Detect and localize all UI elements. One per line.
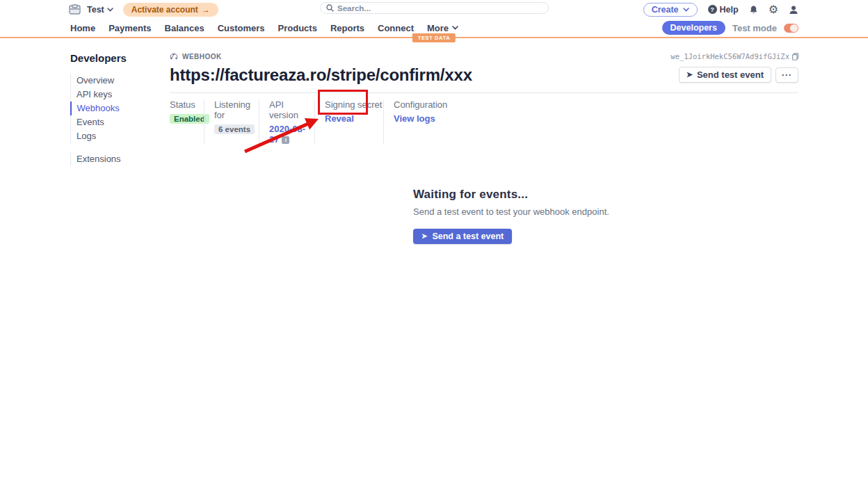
sidebar-title: Developers <box>70 52 170 64</box>
webhook-actions: ➤ Send test event ··· <box>679 67 798 83</box>
status-label: Status <box>170 99 204 110</box>
sidebar-item-extensions[interactable]: Extensions <box>71 152 170 166</box>
activate-account-button[interactable]: Activate account → <box>123 3 218 17</box>
account-box-icon[interactable] <box>69 4 81 15</box>
api-version-label: API version <box>269 99 314 120</box>
developers-sidebar: Developers Overview API keys Webhooks Ev… <box>70 52 170 244</box>
webhook-main: WEBHOOK https://factureaza.ro/stripe/con… <box>170 52 798 244</box>
test-data-badge: TEST DATA <box>412 33 456 42</box>
search-input[interactable] <box>337 4 542 13</box>
webhook-details-row: Status Enabled Listening for 6 events AP… <box>170 93 798 145</box>
chevron-down-icon[interactable] <box>107 8 113 12</box>
webhook-icon <box>170 52 178 60</box>
activate-account-label: Activate account <box>131 5 198 15</box>
create-label: Create <box>652 5 679 15</box>
nav-item-customers[interactable]: Customers <box>218 23 265 33</box>
nav-item-reports[interactable]: Reports <box>330 23 364 33</box>
detail-api-version: API version 2020-08-27i <box>259 99 314 145</box>
info-icon: i <box>282 136 289 144</box>
sidebar-item-overview[interactable]: Overview <box>71 74 170 88</box>
arrow-right-icon: → <box>202 5 210 15</box>
webhook-id: we_1JoirkHekC56W7Ad9ifGJiZx <box>670 52 789 60</box>
copy-icon[interactable] <box>792 53 798 60</box>
test-mode-label: Test mode <box>732 23 777 33</box>
waiting-for-events-section: Waiting for events... Send a test event … <box>413 188 798 244</box>
webhook-type-row: WEBHOOK <box>170 52 472 60</box>
view-logs-link[interactable]: View logs <box>394 113 435 124</box>
empty-state-title: Waiting for events... <box>413 188 798 202</box>
topbar-actions: Create ? Help ⚙ <box>643 3 798 17</box>
webhook-title-block: WEBHOOK https://factureaza.ro/stripe/con… <box>170 52 472 85</box>
send-test-event-button[interactable]: ➤ Send test event <box>679 67 771 83</box>
reveal-link[interactable]: Reveal <box>325 113 354 124</box>
detail-status: Status Enabled <box>170 99 204 145</box>
developers-button[interactable]: Developers <box>662 21 725 35</box>
detail-listening-for: Listening for 6 events <box>204 99 259 145</box>
chevron-down-icon <box>452 26 458 30</box>
configuration-label: Configuration <box>394 99 447 110</box>
search-icon <box>326 4 334 12</box>
content-area: Developers Overview API keys Webhooks Ev… <box>0 38 868 244</box>
nav-item-balances[interactable]: Balances <box>165 23 204 33</box>
help-label: Help <box>720 5 739 15</box>
profile-avatar-icon[interactable] <box>789 5 798 15</box>
help-button[interactable]: ? Help <box>708 5 739 15</box>
listening-for-label: Listening for <box>214 99 259 120</box>
nav-item-products[interactable]: Products <box>278 23 317 33</box>
webhook-header-right: we_1JoirkHekC56W7Ad9ifGJiZx ➤ Send test … <box>670 52 798 83</box>
send-test-event-label: Send test event <box>697 70 764 80</box>
create-button[interactable]: Create <box>643 3 698 17</box>
search-bar[interactable] <box>320 2 549 14</box>
sidebar-items: Overview API keys Webhooks Events Logs <box>70 74 170 143</box>
sidebar-item-events[interactable]: Events <box>71 115 170 129</box>
nav-item-payments[interactable]: Payments <box>108 23 151 33</box>
sidebar-item-webhooks[interactable]: Webhooks <box>70 101 170 115</box>
nav-item-more[interactable]: More <box>427 23 458 33</box>
environment-label[interactable]: Test <box>87 5 104 15</box>
detail-signing-secret: Signing secret Reveal <box>314 99 383 145</box>
help-icon: ? <box>708 5 717 14</box>
stripe-dashboard-webhook-page: { "topbar": { "env_label": "Test", "acti… <box>0 0 868 488</box>
toggle-knob <box>790 24 798 32</box>
empty-state-subtitle: Send a test event to test your webhook e… <box>413 206 798 217</box>
detail-configuration: Configuration View logs <box>383 99 447 145</box>
play-icon: ➤ <box>686 71 693 79</box>
send-a-test-event-label: Send a test event <box>432 231 504 241</box>
nav-item-connect[interactable]: Connect <box>378 23 414 33</box>
test-mode-toggle[interactable] <box>784 24 798 33</box>
notifications-bell-icon[interactable] <box>749 5 758 15</box>
nav-item-home[interactable]: Home <box>70 23 95 33</box>
webhook-header: WEBHOOK https://factureaza.ro/stripe/con… <box>170 52 798 85</box>
webhook-url-title: https://factureaza.ro/stripe/confirm/xxx <box>170 65 472 85</box>
top-bar: Test Activate account → Create ? Help ⚙ <box>0 0 868 19</box>
main-nav: Home Payments Balances Customers Product… <box>0 19 868 38</box>
sidebar-item-api-keys[interactable]: API keys <box>71 88 170 101</box>
sidebar-item-logs[interactable]: Logs <box>71 129 170 143</box>
more-label: More <box>427 23 449 33</box>
nav-right: Developers Test mode <box>662 21 798 35</box>
webhook-type-label: WEBHOOK <box>182 53 222 60</box>
webhook-id-row: we_1JoirkHekC56W7Ad9ifGJiZx <box>670 52 798 60</box>
sidebar-extra: Extensions <box>70 152 170 166</box>
settings-gear-icon[interactable]: ⚙ <box>769 4 778 15</box>
send-a-test-event-button[interactable]: ➤ Send a test event <box>413 229 512 244</box>
more-options-button[interactable]: ··· <box>775 67 798 83</box>
play-icon: ➤ <box>421 233 427 240</box>
chevron-down-icon <box>683 8 689 12</box>
signing-secret-label: Signing secret <box>325 99 383 110</box>
events-count-badge: 6 events <box>214 124 255 134</box>
